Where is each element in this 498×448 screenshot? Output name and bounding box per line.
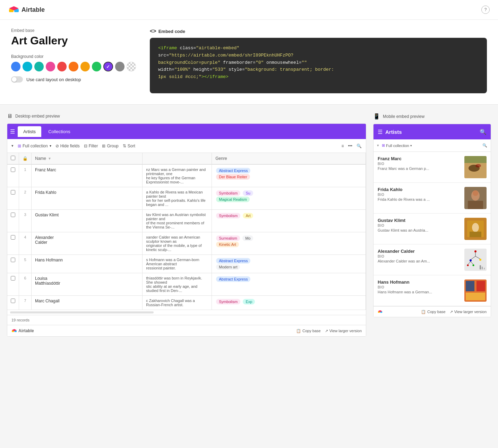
embed-code-panel: <> Embed code <iframe class="airtable-em… bbox=[150, 28, 487, 93]
card-image bbox=[464, 187, 487, 209]
sort-btn[interactable]: ⇅ Sort bbox=[123, 144, 135, 148]
artist-name[interactable]: LouisaMatthíasdóttir bbox=[32, 273, 143, 296]
genre-tag: Symbolism bbox=[216, 299, 240, 304]
artist-name[interactable]: Hans Hofmann bbox=[32, 255, 143, 273]
preview-section: 🖥 Desktop embed preview ☰ Artists Collec… bbox=[0, 105, 498, 345]
row-number: 4 bbox=[19, 232, 32, 255]
code-block[interactable]: <iframe class="airtable-embed" src="http… bbox=[150, 38, 487, 93]
artist-name[interactable]: AlexanderCalder bbox=[32, 232, 143, 255]
card-name: Franz Marc bbox=[378, 156, 461, 161]
artist-name[interactable]: Gustav Klimt bbox=[32, 210, 143, 232]
card-thumbnail-svg bbox=[464, 279, 487, 302]
artist-genre: Symbolism Art bbox=[212, 210, 366, 232]
row-checkbox[interactable] bbox=[7, 255, 19, 273]
genre-column-header[interactable]: Genre bbox=[212, 153, 366, 164]
artist-name[interactable]: Frida Kahlo bbox=[32, 187, 143, 210]
logo-text: Airtable bbox=[22, 6, 45, 14]
artist-genre: Abstract Express bbox=[212, 273, 366, 296]
expand-icon: ↗ bbox=[325, 329, 328, 333]
swatch-purple[interactable] bbox=[103, 62, 113, 71]
tab-artists[interactable]: Artists bbox=[18, 126, 41, 137]
lock-header: 🔒 bbox=[19, 153, 32, 164]
card-info: Frida Kahlo BIO Frida Kahlo de Rivera wa… bbox=[378, 187, 461, 201]
desktop-frame-footer: Airtable 📋 Copy base ↗ View larger versi… bbox=[7, 325, 366, 336]
full-collection-btn[interactable]: ⊞ Full collection ▾ bbox=[18, 144, 51, 148]
swatch-orange[interactable] bbox=[69, 62, 78, 71]
dropdown-row-height[interactable]: ▾ bbox=[11, 144, 14, 148]
table-icon: ⊞ bbox=[18, 144, 21, 148]
search-btn[interactable]: 🔍 bbox=[357, 144, 362, 148]
tab-collections[interactable]: Collections bbox=[43, 126, 76, 137]
filter-btn[interactable]: ⊟ Filter bbox=[84, 144, 98, 148]
list-item[interactable]: Frida Kahlo BIO Frida Kahlo de Rivera wa… bbox=[374, 183, 491, 214]
row-checkbox[interactable] bbox=[7, 296, 19, 310]
list-item[interactable]: Franz Marc BIO Franz Marc was a German p… bbox=[374, 152, 491, 183]
more-options-btn[interactable]: ••• bbox=[348, 144, 352, 148]
mobile-expand-icon: ↗ bbox=[450, 310, 453, 314]
name-column-header[interactable]: Name ▾ bbox=[32, 153, 143, 164]
table-row: 6 LouisaMatthíasdóttir thíasdóttir was b… bbox=[7, 273, 366, 296]
footer-links: 📋 Copy base ↗ View larger version bbox=[296, 329, 362, 333]
svg-rect-12 bbox=[468, 201, 483, 209]
view-larger-link[interactable]: ↗ View larger version bbox=[325, 329, 362, 333]
card-layout-toggle[interactable] bbox=[11, 76, 23, 83]
mobile-copy-base-link[interactable]: 📋 Copy base bbox=[421, 310, 446, 314]
card-info: Franz Marc BIO Franz Marc was a German p… bbox=[378, 156, 461, 171]
swatch-green[interactable] bbox=[92, 62, 101, 71]
hamburger-icon[interactable]: ☰ bbox=[10, 128, 15, 135]
desktop-tab-bar: ☰ Artists Collections bbox=[7, 124, 366, 139]
row-checkbox[interactable] bbox=[7, 187, 19, 210]
swatch-cyan[interactable] bbox=[23, 62, 32, 71]
bg-color-label: Background color bbox=[11, 54, 136, 59]
hide-fields-btn[interactable]: ⊘ Hide fields bbox=[55, 144, 80, 148]
mobile-toolbar: ▾ ⊞ Full collection ▾ 🔍 bbox=[374, 139, 491, 152]
swatch-blue[interactable] bbox=[11, 62, 20, 71]
swatch-red[interactable] bbox=[57, 62, 67, 71]
mobile-embed-frame: ☰ Artists 🔍 ▾ ⊞ Full collection ▾ 🔍 bbox=[373, 124, 491, 317]
genre-tag: Art bbox=[243, 213, 253, 218]
list-item[interactable]: Gustav Klimt BIO Gustav Klimt was an Aus… bbox=[374, 214, 491, 244]
mobile-search-toolbar-btn[interactable]: 🔍 bbox=[482, 143, 487, 148]
row-checkbox[interactable] bbox=[7, 232, 19, 255]
row-height-btn[interactable]: ≡ bbox=[341, 144, 344, 148]
svg-point-23 bbox=[470, 259, 472, 261]
eye-icon: ⊘ bbox=[55, 144, 59, 148]
swatch-pink[interactable] bbox=[46, 62, 55, 71]
swatch-teal[interactable] bbox=[34, 62, 44, 71]
mobile-search-button[interactable]: 🔍 bbox=[480, 129, 487, 135]
card-bio: Gustav Klimt was an Austria... bbox=[378, 228, 433, 232]
bio-column-header[interactable] bbox=[143, 153, 212, 164]
swatch-transparent[interactable] bbox=[127, 62, 136, 71]
artist-bio: thíasdóttir was born in Reykjavík. She s… bbox=[143, 273, 212, 296]
genre-tag: Mo bbox=[242, 235, 253, 241]
svg-point-16 bbox=[472, 223, 479, 232]
svg-point-8 bbox=[475, 164, 481, 167]
help-button[interactable]: ? bbox=[481, 6, 490, 14]
list-item[interactable]: Hans Hofmann BIO Hans Hofmann was a Germ… bbox=[374, 275, 491, 306]
swatch-gray[interactable] bbox=[115, 62, 124, 71]
artist-name[interactable]: Marc Chagall bbox=[32, 296, 143, 310]
artist-bio: c Zakharovich Chagall was a Russian-Fren… bbox=[143, 296, 212, 310]
mobile-collection-btn[interactable]: ⊞ Full collection ▾ bbox=[382, 143, 412, 148]
mobile-copy-icon: 📋 bbox=[421, 310, 426, 314]
swatch-amber[interactable] bbox=[80, 62, 90, 71]
horizontal-scrollbar[interactable] bbox=[10, 311, 154, 313]
svg-point-28 bbox=[473, 265, 474, 266]
mobile-footer-logo bbox=[378, 309, 383, 314]
artist-genre: Symbolism Exp bbox=[212, 296, 366, 310]
artist-name[interactable]: Franz Marc bbox=[32, 164, 143, 187]
table-row: 3 Gustav Klimt tav Klimt was an Austrian… bbox=[7, 210, 366, 232]
row-checkbox[interactable] bbox=[7, 273, 19, 296]
config-section: Embed base Art Gallery Background color bbox=[0, 20, 498, 105]
copy-base-link[interactable]: 📋 Copy base bbox=[296, 329, 321, 333]
app-title: Art Gallery bbox=[11, 34, 136, 47]
row-checkbox[interactable] bbox=[7, 210, 19, 232]
mobile-view-larger-link[interactable]: ↗ View larger version bbox=[450, 310, 487, 314]
card-field-label: BIO bbox=[378, 285, 461, 289]
group-btn[interactable]: ⊞ Group bbox=[102, 144, 118, 148]
list-item[interactable]: Alexander Calder BIO Alexander Calder wa… bbox=[374, 244, 491, 275]
select-all-checkbox[interactable] bbox=[11, 156, 15, 160]
artist-bio: tav Klimt was an Austrian symbolist pain… bbox=[143, 210, 212, 232]
row-checkbox[interactable] bbox=[7, 164, 19, 187]
mobile-hamburger-icon[interactable]: ☰ bbox=[378, 129, 383, 135]
